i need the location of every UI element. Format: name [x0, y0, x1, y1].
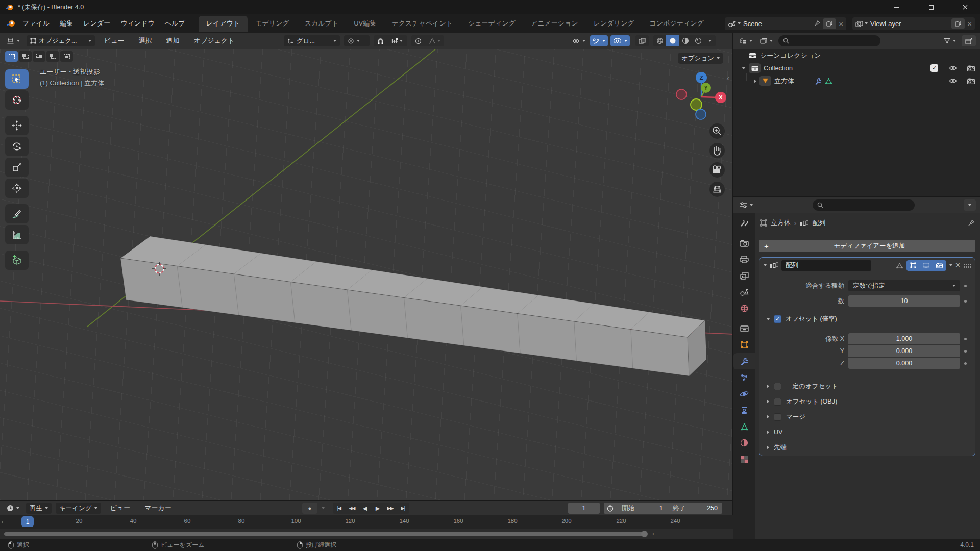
properties-editor-type-button[interactable] [738, 199, 755, 211]
shading-options-dropdown[interactable] [704, 35, 716, 46]
section-expand-icon[interactable] [767, 318, 770, 320]
outliner-row-collection[interactable]: Collection ✓ [733, 62, 980, 74]
render-display-toggle[interactable] [933, 260, 946, 271]
disclosure-open-icon[interactable] [742, 67, 746, 69]
outliner-filter-display-button[interactable] [758, 35, 775, 46]
gizmos-toggle[interactable] [590, 35, 608, 46]
transform-orientation-dropdown[interactable]: グロ... [284, 35, 340, 46]
next-keyframe-button[interactable]: ▶▶ [384, 503, 397, 514]
timeline-expand-arrow[interactable]: › [1, 518, 3, 525]
previous-keyframe-button[interactable]: ◀◀ [346, 503, 358, 514]
viewport-menu-add[interactable]: 追加 [161, 35, 185, 46]
animate-decorator[interactable] [964, 285, 967, 287]
tab-object-data[interactable] [733, 418, 755, 435]
proportional-falloff-dropdown[interactable] [425, 35, 444, 46]
object-types-visibility-dropdown[interactable] [570, 35, 587, 46]
pin-icon[interactable] [968, 219, 975, 227]
auto-keying-dropdown[interactable] [322, 507, 325, 509]
tab-view-layer[interactable] [733, 267, 755, 284]
playhead[interactable]: 1 [21, 516, 34, 527]
tab-texture-paint[interactable]: テクスチャペイント [384, 16, 460, 32]
playback-menu[interactable]: 再生 [26, 503, 52, 514]
editor-type-button[interactable] [4, 35, 22, 46]
hide-eye-icon[interactable] [949, 78, 957, 84]
current-frame-field[interactable]: 1 [568, 503, 600, 514]
keying-menu[interactable]: キーイング [56, 503, 101, 514]
pivot-point-dropdown[interactable] [344, 35, 370, 46]
outliner-search-field[interactable] [778, 35, 880, 46]
offset-relative-label[interactable]: オフセット (倍率) [786, 315, 837, 323]
tab-uv-editing[interactable]: UV編集 [346, 16, 384, 32]
tab-modeling[interactable]: モデリング [248, 16, 297, 32]
constant-offset-checkbox[interactable] [774, 383, 781, 390]
play-reverse-button[interactable]: ◀ [358, 503, 371, 514]
menu-help[interactable]: ヘルプ [160, 17, 190, 30]
collection-exclude-checkbox[interactable]: ✓ [930, 64, 938, 72]
on-cage-toggle[interactable] [896, 262, 903, 269]
viewport-menu-select[interactable]: 選択 [134, 35, 157, 46]
fit-type-dropdown[interactable]: 定数で指定 [848, 280, 960, 291]
timeline-editor-type-button[interactable] [4, 503, 22, 514]
tool-move[interactable] [5, 116, 29, 135]
modifier-close-button[interactable]: × [955, 261, 960, 269]
section-uv[interactable]: UV [760, 425, 975, 439]
outliner-display-mode-button[interactable] [738, 35, 754, 46]
outliner-filter-button[interactable] [942, 35, 958, 46]
hide-eye-icon[interactable] [949, 65, 957, 71]
region-collapse-arrow[interactable]: ‹ [727, 73, 729, 82]
tab-constraints[interactable] [733, 402, 755, 418]
tab-animation[interactable]: アニメーション [523, 16, 586, 32]
tab-particles[interactable] [733, 369, 755, 386]
properties-options-dropdown[interactable] [964, 199, 976, 211]
shading-material-button[interactable] [679, 35, 692, 46]
offset-relative-checkbox[interactable]: ✓ [774, 315, 781, 323]
shading-rendered-button[interactable] [692, 35, 704, 46]
tool-annotate[interactable] [5, 204, 29, 223]
tab-collection[interactable] [733, 320, 755, 337]
select-mode-extend[interactable] [19, 51, 32, 62]
shading-solid-button[interactable] [666, 35, 679, 46]
navigation-gizmo[interactable]: Z Y X [662, 51, 729, 199]
animate-decorator[interactable] [964, 362, 967, 365]
animate-decorator[interactable] [964, 338, 967, 340]
properties-search-field[interactable] [813, 199, 915, 211]
view-layer-remove-button[interactable]: × [967, 19, 972, 28]
use-preview-range-toggle[interactable] [604, 503, 617, 514]
select-mode-set[interactable] [5, 51, 18, 62]
disclosure-closed-icon[interactable] [754, 79, 756, 83]
section-constant-offset[interactable]: 一定のオフセット [760, 379, 975, 393]
timeline-view-menu[interactable]: ビュー [105, 503, 136, 514]
scene-copy-button[interactable] [823, 18, 836, 29]
tool-transform[interactable] [5, 179, 29, 198]
tab-output[interactable] [733, 251, 755, 267]
scene-browse-button[interactable] [728, 20, 741, 27]
modifier-name-field[interactable]: 配列 [781, 260, 871, 271]
factor-x-field[interactable]: 1.000 [848, 333, 960, 344]
view-layer-browse-button[interactable] [855, 20, 868, 27]
jump-to-start-button[interactable]: |◀ [333, 503, 346, 514]
shading-wireframe-button[interactable] [653, 35, 666, 46]
menu-file[interactable]: ファイル [17, 17, 55, 30]
modifier-extras-dropdown[interactable] [949, 264, 952, 266]
maximize-button[interactable] [916, 0, 946, 14]
tab-layout[interactable]: レイアウト [199, 16, 248, 32]
breadcrumb-modifier[interactable]: 配列 [812, 218, 825, 228]
viewport-menu-view[interactable]: ビュー [99, 35, 130, 46]
tool-select-box[interactable] [5, 69, 29, 89]
timeline-marker-menu[interactable]: マーカー [139, 503, 177, 514]
xray-toggle[interactable] [635, 35, 649, 46]
object-offset-checkbox[interactable] [774, 398, 781, 406]
edit-mode-display-toggle[interactable] [906, 260, 920, 271]
factor-z-field[interactable]: 0.000 [848, 358, 960, 369]
breadcrumb-object[interactable]: 立方体 [771, 218, 791, 228]
panel-expand-icon[interactable] [764, 264, 767, 266]
render-camera-icon[interactable] [967, 65, 975, 71]
outliner-row-object[interactable]: 立方体 [733, 74, 980, 87]
blender-menu-icon[interactable] [4, 17, 17, 30]
tab-sculpting[interactable]: スカルプト [297, 16, 347, 32]
merge-checkbox[interactable] [774, 413, 781, 421]
tab-compositing[interactable]: コンポジティング [642, 16, 711, 32]
tab-material[interactable] [733, 435, 755, 451]
menu-window[interactable]: ウィンドウ [115, 17, 160, 30]
minimize-button[interactable] [882, 0, 912, 14]
